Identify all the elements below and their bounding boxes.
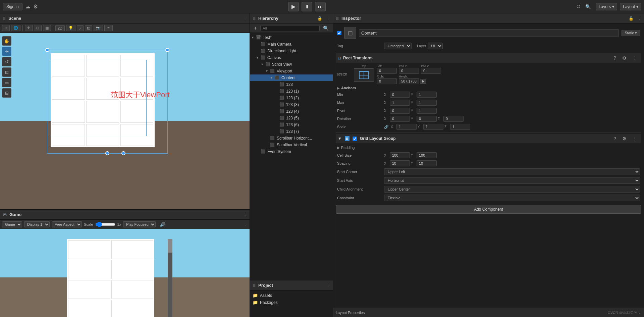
scene-2d-btn[interactable]: 2D [55, 25, 65, 31]
object-active-checkbox[interactable] [337, 31, 341, 35]
audio-toggle-btn[interactable]: 🔊 [158, 221, 167, 228]
aspect-select[interactable]: Free Aspect [52, 221, 82, 227]
rot-z-input[interactable] [443, 116, 464, 122]
rect-transform-help-icon[interactable]: ? [611, 55, 618, 61]
transform-tool-btn[interactable]: ⊞ [2, 88, 11, 98]
anchor-min-y-input[interactable] [417, 92, 437, 98]
grid-layout-settings-icon[interactable]: ⚙ [620, 135, 629, 142]
anchor-handle-bc[interactable] [105, 151, 109, 155]
layout-dropdown[interactable]: Layout [620, 3, 641, 10]
start-corner-select[interactable]: Upper Left Upper Right Lower Left Lower … [384, 168, 640, 175]
stretch-indicator-btn[interactable] [354, 68, 374, 82]
sign-in-button[interactable]: Sign in [3, 3, 22, 10]
hierarchy-item-scroll_view[interactable]: ▼⬛Scroll View [250, 61, 333, 68]
scale-slider[interactable] [95, 222, 115, 227]
rect-transform-more-icon[interactable]: ⋮ [631, 55, 639, 61]
anchor-handle-br[interactable] [121, 151, 125, 155]
cell-size-y-input[interactable] [417, 152, 437, 158]
left-input[interactable] [377, 68, 397, 74]
anchor-max-y-input[interactable] [417, 100, 437, 106]
undo-button[interactable]: ↺ [576, 3, 581, 10]
search-button[interactable]: 🔍 [583, 3, 593, 10]
tag-select[interactable]: Untagged [384, 43, 412, 49]
static-dropdown[interactable]: Static [622, 30, 640, 36]
hierarchy-item-item_123_3[interactable]: ⬛123 (3) [250, 101, 333, 108]
hierarchy-search-icon[interactable]: 🔍 [321, 25, 331, 32]
hierarchy-item-content[interactable]: ▼⬛Content [250, 74, 333, 81]
scene-grid-btn[interactable]: ▦ [43, 25, 51, 31]
hierarchy-item-canvas[interactable]: ▼⬛Canvas [250, 54, 333, 61]
project-item-packages[interactable]: 📁Packages [253, 299, 330, 306]
rot-y-input[interactable] [417, 116, 437, 122]
constraint-select[interactable]: Flexible Fixed Column Count Fixed Row Co… [384, 195, 640, 201]
pivot-x-input[interactable] [390, 108, 410, 114]
pos-y-input[interactable] [399, 68, 419, 74]
scale-z-input[interactable] [450, 124, 470, 130]
hierarchy-search[interactable] [260, 25, 320, 31]
hierarchy-item-item_123_4[interactable]: ⬛123 (4) [250, 108, 333, 115]
child-align-select[interactable]: Upper Left Upper Center Upper Right Midd… [384, 186, 640, 193]
rect-transform-header[interactable]: ⊟ Rect Transform ? ⚙ ⋮ [336, 53, 641, 63]
right-input[interactable] [377, 78, 397, 84]
grid-layout-checkbox[interactable] [353, 137, 357, 141]
hierarchy-more-icon[interactable]: ⋮ [326, 16, 330, 20]
cloud-icon[interactable]: ☁ [25, 3, 31, 10]
height-input[interactable] [399, 78, 419, 84]
move-tool-btn[interactable]: ✛ [2, 47, 11, 56]
hierarchy-item-main_camera[interactable]: ⬛Main Camera [250, 41, 333, 48]
start-axis-select[interactable]: Horizontal Vertical [384, 177, 640, 184]
height-r-btn[interactable]: R [420, 79, 426, 84]
grid-layout-more-icon[interactable]: ⋮ [631, 135, 639, 142]
grid-layout-header[interactable]: ▼ ▦ Grid Layout Group ? ⚙ ⋮ [336, 134, 641, 143]
anchor-handle-tr[interactable] [165, 48, 169, 52]
play-button[interactable]: ▶ [288, 2, 299, 11]
rect-tool-btn[interactable]: ▭ [2, 78, 11, 87]
hierarchy-item-item_123_6[interactable]: ⬛123 (6) [250, 121, 333, 128]
play-focused-select[interactable]: Play Focused [123, 221, 156, 227]
project-item-assets[interactable]: 📁Assets [253, 292, 330, 299]
display-select[interactable]: Display 1 [24, 221, 50, 227]
gear-icon[interactable]: ⚙ [33, 3, 38, 10]
scene-light-btn[interactable]: 💡 [66, 25, 75, 31]
hierarchy-item-scrollbar_v[interactable]: ⬛Scrollbar Vertical [250, 142, 333, 148]
anchor-max-x-input[interactable] [390, 100, 410, 106]
scene-more-btn[interactable]: ⋯ [104, 25, 113, 31]
hierarchy-item-dir_light[interactable]: ⬛Directional Light [250, 48, 333, 54]
spacing-x-input[interactable] [390, 160, 410, 166]
game-display-select[interactable]: Game [2, 221, 22, 227]
inspector-lock-icon[interactable]: 🔒 [629, 16, 634, 21]
add-component-button[interactable]: Add Component [336, 205, 641, 214]
hierarchy-item-item_123_5[interactable]: ⬛123 (5) [250, 115, 333, 121]
anchor-handle-tl[interactable] [45, 48, 49, 52]
hierarchy-lock-icon[interactable]: 🔒 [317, 16, 322, 21]
scene-fx-btn[interactable]: fx [85, 25, 93, 31]
cell-size-x-input[interactable] [390, 152, 410, 158]
hierarchy-item-viewport[interactable]: ▼⬛Viewport [250, 68, 333, 74]
scene-rect-btn[interactable]: ⊡ [34, 25, 42, 31]
hierarchy-item-event_system[interactable]: ⬛EventSystem [250, 148, 333, 155]
object-name-input[interactable] [359, 29, 619, 37]
layer-select[interactable]: UI [428, 43, 443, 49]
layers-dropdown[interactable]: Layers [596, 3, 617, 10]
hierarchy-add-btn[interactable]: + [252, 24, 259, 32]
spacing-y-input[interactable] [417, 160, 437, 166]
scale-y-input[interactable] [423, 124, 443, 130]
grid-layout-help-icon[interactable]: ? [611, 135, 618, 142]
scene-audio-btn[interactable]: ♪ [77, 25, 84, 31]
rot-x-input[interactable] [390, 116, 410, 122]
anchor-min-x-input[interactable] [390, 92, 410, 98]
hierarchy-item-item_123[interactable]: ⬛123 [250, 81, 333, 88]
step-button[interactable]: ⏭ [315, 2, 326, 11]
hierarchy-item-test[interactable]: ▼🎬Test* [250, 34, 333, 41]
hierarchy-item-item_123_7[interactable]: ⬛123 (7) [250, 128, 333, 135]
inspector-more-icon[interactable]: ⋮ [638, 16, 641, 20]
scene-view-btn[interactable]: ⊕ [2, 25, 10, 31]
scene-move-btn[interactable]: ✛ [25, 25, 33, 31]
pivot-y-input[interactable] [417, 108, 437, 114]
rotate-tool-btn[interactable]: ↺ [2, 57, 11, 66]
hand-tool-btn[interactable]: ✋ [2, 36, 11, 46]
scene-globe-btn[interactable]: 🌐 [11, 25, 20, 31]
scene-camera-btn[interactable]: 📷 [94, 25, 103, 31]
game-scrollbar-vertical[interactable] [168, 239, 172, 317]
anchors-header[interactable]: ▶ Anchors [336, 85, 641, 91]
